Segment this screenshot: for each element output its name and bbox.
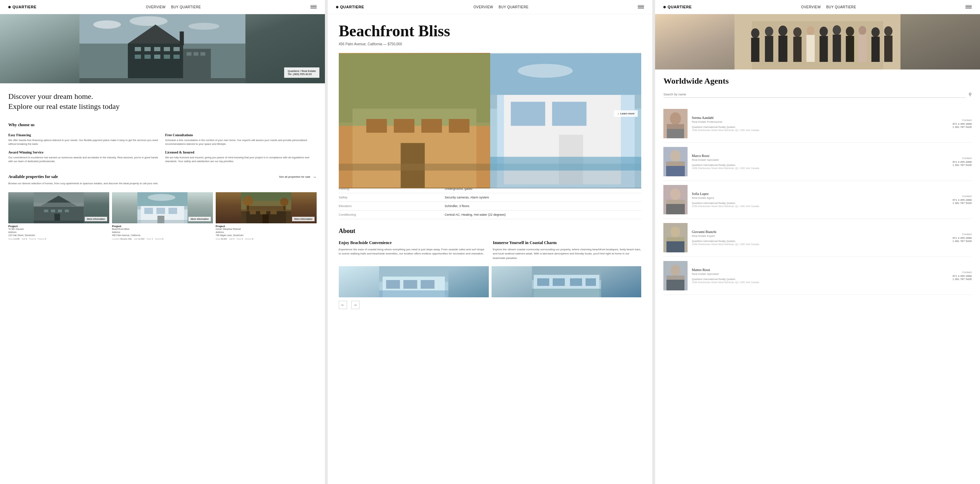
agent-3-photo	[663, 223, 687, 252]
property-1-info-btn[interactable]: More information	[188, 217, 211, 221]
svg-point-4	[130, 16, 168, 26]
svg-rect-29	[58, 210, 62, 212]
svg-point-100	[778, 25, 788, 36]
svg-rect-92	[531, 289, 601, 297]
agent-3-contact: Contact 971 4 455 2898 1 381 787 5426	[952, 232, 972, 243]
svg-point-77	[517, 64, 573, 78]
svg-rect-121	[667, 124, 684, 129]
agent-4-role: Real Estate Specialist	[692, 272, 948, 275]
prop-0-meta-3: Rooms 5	[38, 238, 46, 240]
prop-0-meta-2: Floor 3	[29, 238, 36, 240]
feature-0-title: Easy Financing	[8, 133, 160, 137]
svg-rect-72	[552, 102, 587, 126]
svg-rect-75	[490, 157, 641, 170]
svg-rect-107	[819, 36, 828, 62]
svg-rect-113	[858, 35, 867, 62]
svg-rect-111	[846, 36, 854, 62]
agent-0-contact-label: Contact	[952, 119, 972, 122]
p2-brand-logo[interactable]: QUARTIERE	[336, 5, 364, 9]
p3-hamburger-menu[interactable]	[966, 5, 972, 9]
svg-rect-81	[386, 280, 400, 289]
agent-0-info: Serena Aandahl Real Estate Professional …	[692, 116, 948, 131]
why-section: Why choose us Easy Financing We offer ha…	[0, 117, 325, 169]
see-all-link[interactable]: See all properties for sale →	[279, 175, 317, 180]
agent-0-name: Serena Aandahl	[692, 116, 948, 119]
svg-rect-62	[394, 119, 414, 133]
svg-rect-55	[247, 205, 248, 210]
svg-rect-28	[51, 210, 55, 212]
agent-2-address: 1458 Sherbrooke Street West Montreal, QC…	[692, 205, 948, 207]
p2-brand-name: QUARTIERE	[340, 5, 364, 9]
svg-rect-13	[135, 55, 141, 59]
svg-rect-99	[765, 36, 773, 62]
svg-rect-71	[511, 102, 545, 126]
prop-1-meta-2: Floor 1	[146, 238, 153, 240]
about-col-1-title: Immerse Yourself in Coastal Charm	[493, 240, 641, 245]
svg-point-106	[819, 27, 828, 36]
search-input[interactable]	[663, 91, 966, 98]
agent-0-contact: Contact 971 4 455 2898 1 381 787 5426	[952, 119, 972, 129]
p2-hamburger-menu[interactable]	[638, 5, 644, 9]
agent-3: Giovanni Bianchi Real Estate Expert Quar…	[663, 219, 972, 257]
property-0: More information Project Tri BK Houses A…	[8, 192, 109, 240]
carousel-next-button[interactable]: →	[351, 301, 360, 309]
main-headline: Discover your dream home.Explore our rea…	[0, 83, 325, 117]
p2-nav-buy[interactable]: BUY QUARTIERE	[499, 5, 529, 9]
agent-2-info: Sofia Lopez Real Estate Agent Quartiere …	[692, 192, 948, 207]
agent-1-company: Quartiere International Realty Quebec	[692, 164, 948, 167]
property-0-meta: Area 13,345 Sqft 3 Floor 3 Rooms 5	[8, 238, 109, 240]
nav-overview[interactable]: OVERVIEW	[146, 5, 165, 9]
panel-1: QUARTIERE OVERVIEW BUY QUARTIERE	[0, 0, 325, 484]
svg-rect-32	[33, 221, 84, 223]
detail-row-7: Elevators Schindler, 3 floors	[339, 202, 641, 210]
agent-4-address: 1458 Sherbrooke Street West Montreal, QC…	[692, 281, 948, 283]
brand-logo[interactable]: QUARTIERE	[8, 5, 37, 9]
learn-more-button[interactable]: ↓ Learn more	[614, 110, 638, 117]
available-section: Available properties for sale See all pr…	[0, 169, 325, 192]
about-col-1: Immerse Yourself in Coastal Charm Explor…	[493, 240, 641, 261]
search-icon[interactable]: ⚲	[969, 92, 972, 97]
prop-1-meta-1: Sqft 12,500	[134, 238, 145, 240]
svg-point-3	[93, 21, 121, 29]
property-2-address-label: Address	[216, 231, 317, 233]
p2-nav-overview[interactable]: OVERVIEW	[474, 5, 493, 9]
property-0-sub: Tri BK Houses	[8, 228, 109, 230]
property-2-sub: Green Meadow Retreat	[216, 228, 317, 230]
svg-rect-137	[667, 275, 684, 280]
nav-buy[interactable]: BUY QUARTIERE	[171, 5, 201, 9]
property-0-info-btn[interactable]: More information	[85, 217, 107, 221]
hamburger-menu[interactable]	[310, 5, 317, 9]
svg-rect-66	[339, 164, 490, 170]
svg-rect-97	[751, 38, 759, 62]
agent-1-info: Marco Rossi Real Estate Specialist Quart…	[692, 154, 948, 169]
detail-value-8: Central AC, Heating, Hot water (22 degre…	[445, 210, 641, 219]
agent-4: Matteo Rossi Real Estate Specialist Quar…	[663, 257, 972, 295]
svg-rect-9	[145, 47, 151, 51]
agent-1-address: 1458 Sherbrooke Street West Montreal, QC…	[692, 167, 948, 169]
agent-3-company: Quartiere International Realty Quebec	[692, 240, 948, 243]
detail-label-6: Safety	[339, 193, 445, 202]
property-2-info-btn[interactable]: More information	[292, 217, 315, 221]
about-col-0: Enjoy Beachside Convenience Experience t…	[339, 240, 487, 261]
carousel-prev-button[interactable]: ←	[339, 301, 347, 309]
svg-rect-56	[283, 206, 285, 210]
p2-hero-img-right	[490, 53, 641, 188]
svg-point-53	[243, 196, 253, 206]
agent-1: Marco Rossi Real Estate Specialist Quart…	[663, 143, 972, 181]
panel-3: QUARTIERE OVERVIEW BUY QUARTIERE	[655, 0, 980, 484]
svg-rect-90	[570, 278, 582, 286]
feature-1: Free Consultations Schedule a free consu…	[165, 133, 317, 146]
search-row: ⚲	[663, 91, 972, 98]
p3-nav-buy[interactable]: BUY QUARTIERE	[826, 5, 856, 9]
agent-4-info: Matteo Rossi Real Estate Specialist Quar…	[692, 268, 948, 283]
brand-name: QUARTIERE	[13, 5, 37, 9]
p3-brand-logo[interactable]: QUARTIERE	[663, 5, 692, 9]
agent-3-name: Giovanni Bianchi	[692, 230, 948, 234]
p3-nav-overview[interactable]: OVERVIEW	[801, 5, 821, 9]
svg-rect-41	[137, 220, 187, 223]
features-grid: Easy Financing We offer hassle-free fina…	[8, 133, 317, 163]
svg-rect-133	[667, 237, 684, 241]
agent-2-phone2: 1 381 787 5426	[952, 202, 972, 205]
agent-2-company: Quartiere International Realty Quebec	[692, 202, 948, 205]
agent-4-phone1: 971 4 455 2898	[952, 274, 972, 278]
